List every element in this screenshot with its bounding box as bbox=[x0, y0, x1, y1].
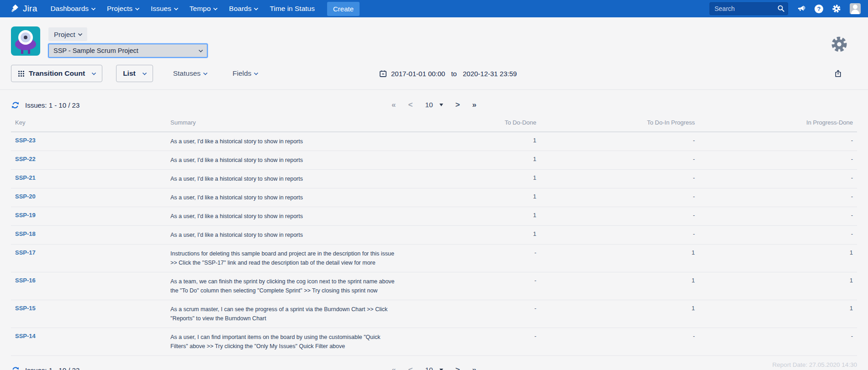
cell-todo-inprogress: 1 bbox=[540, 300, 699, 328]
settings-icon[interactable] bbox=[832, 4, 841, 13]
pager-prev-button[interactable]: < bbox=[408, 365, 413, 370]
cell-inprogress-done: - bbox=[699, 151, 857, 170]
chevron-down-icon bbox=[135, 6, 140, 10]
fields-dropdown[interactable]: Fields bbox=[233, 69, 258, 78]
refresh-button-bottom[interactable] bbox=[11, 366, 20, 370]
export-button[interactable] bbox=[834, 69, 842, 78]
nav-item-time-in-status[interactable]: Time in Status bbox=[264, 0, 321, 17]
table-row: SSP-15As a scrum master, I can see the p… bbox=[11, 300, 857, 328]
cell-todo-inprogress: - bbox=[540, 188, 699, 207]
refresh-button[interactable] bbox=[11, 101, 20, 109]
issue-summary: As a user, I'd like a historical story t… bbox=[170, 156, 395, 165]
pager-bottom: «<10>» bbox=[392, 365, 476, 370]
nav-item-boards[interactable]: Boards bbox=[223, 0, 264, 17]
jira-logo[interactable]: Jira bbox=[10, 4, 37, 14]
cell-todo-done: - bbox=[399, 272, 540, 300]
pager-last-button[interactable]: » bbox=[472, 100, 476, 109]
cell-todo-done: 1 bbox=[399, 207, 540, 226]
issue-summary: As a user, I'd like a historical story t… bbox=[170, 230, 395, 240]
chevron-down-icon bbox=[174, 6, 178, 10]
report-type-dropdown[interactable]: Transition Count bbox=[11, 65, 102, 82]
cell-todo-inprogress: - bbox=[540, 328, 699, 356]
cell-inprogress-done: 1 bbox=[699, 245, 857, 272]
cell-todo-inprogress: 1 bbox=[540, 272, 699, 300]
pager-first-button[interactable]: « bbox=[392, 100, 396, 109]
user-avatar[interactable] bbox=[850, 3, 861, 14]
nav-item-issues[interactable]: Issues bbox=[145, 0, 184, 17]
nav-item-tempo[interactable]: Tempo bbox=[184, 0, 223, 17]
issue-key-link[interactable]: SSP-22 bbox=[15, 156, 36, 162]
column-header-todo-inprogress: To Do-In Progress bbox=[540, 115, 699, 132]
project-type-dropdown[interactable]: Project bbox=[48, 27, 87, 41]
chevron-down-icon bbox=[254, 71, 259, 75]
column-header-key: Key bbox=[11, 115, 166, 132]
issue-key-link[interactable]: SSP-19 bbox=[15, 212, 36, 219]
pager-next-button[interactable]: > bbox=[455, 365, 460, 370]
report-toolbar: Transition Count List Statuses Fields 20… bbox=[0, 65, 868, 90]
issue-key-link[interactable]: SSP-23 bbox=[15, 137, 36, 144]
view-type-dropdown[interactable]: List bbox=[116, 65, 153, 82]
statuses-dropdown[interactable]: Statuses bbox=[173, 69, 207, 78]
issue-summary: Instructions for deleting this sample bo… bbox=[170, 249, 395, 267]
pager-first-button[interactable]: « bbox=[392, 365, 396, 370]
project-header: Project SSP - Sample Scrum Project bbox=[0, 17, 868, 57]
report-date: Report Date: 27.05.2020 14:30 bbox=[773, 360, 857, 370]
issue-key-link[interactable]: SSP-16 bbox=[15, 277, 36, 284]
search-icon[interactable] bbox=[777, 5, 785, 12]
date-range-picker[interactable]: 2017-01-01 00:00 to 2020-12-31 23:59 bbox=[379, 70, 517, 78]
cell-todo-inprogress: - bbox=[540, 226, 699, 245]
pager-top: «<10>» bbox=[392, 100, 476, 109]
pager-page-size-dropdown[interactable]: 10 bbox=[425, 101, 443, 109]
project-select[interactable]: SSP - Sample Scrum Project bbox=[48, 44, 207, 57]
issue-summary: As a user, I'd like a historical story t… bbox=[170, 174, 395, 183]
issue-key-link[interactable]: SSP-20 bbox=[15, 193, 36, 200]
cell-inprogress-done: 1 bbox=[699, 300, 857, 328]
nav-items: DashboardsProjectsIssuesTempoBoardsTime … bbox=[44, 0, 321, 17]
export-icon bbox=[834, 69, 842, 78]
pager-prev-button[interactable]: < bbox=[408, 100, 413, 109]
refresh-icon bbox=[11, 101, 20, 109]
issue-key-link[interactable]: SSP-14 bbox=[15, 333, 36, 339]
table-row: SSP-17Instructions for deleting this sam… bbox=[11, 245, 857, 272]
date-to-word: to bbox=[451, 70, 457, 78]
table-row: SSP-23As a user, I'd like a historical s… bbox=[11, 132, 857, 151]
search-box bbox=[709, 2, 788, 15]
issue-key-link[interactable]: SSP-21 bbox=[15, 174, 36, 181]
announcement-icon[interactable] bbox=[797, 4, 806, 13]
cell-todo-done: 1 bbox=[399, 188, 540, 207]
chevron-down-icon bbox=[91, 6, 96, 10]
nav-item-projects[interactable]: Projects bbox=[101, 0, 145, 17]
cell-todo-done: 1 bbox=[399, 170, 540, 188]
report-settings-icon[interactable] bbox=[831, 36, 848, 53]
grid-icon bbox=[18, 70, 25, 77]
chevron-down-icon bbox=[213, 6, 218, 10]
search-input[interactable] bbox=[709, 2, 788, 15]
cell-todo-done: 1 bbox=[399, 151, 540, 170]
issues-count: Issues: 1 - 10 / 23 bbox=[25, 101, 79, 109]
cell-todo-inprogress: 1 bbox=[540, 245, 699, 272]
top-nav: Jira DashboardsProjectsIssuesTempoBoards… bbox=[0, 0, 868, 17]
help-icon[interactable]: ? bbox=[815, 5, 823, 13]
cell-todo-done: - bbox=[399, 245, 540, 272]
chevron-down-icon bbox=[142, 71, 147, 75]
table-row: SSP-16As a team, we can finish the sprin… bbox=[11, 272, 857, 300]
issue-key-link[interactable]: SSP-17 bbox=[15, 249, 36, 256]
cell-todo-inprogress: - bbox=[540, 151, 699, 170]
table-header-row: Key Summary To Do-Done To Do-In Progress… bbox=[11, 115, 857, 132]
nav-item-dashboards[interactable]: Dashboards bbox=[44, 0, 101, 17]
pager-next-button[interactable]: > bbox=[455, 100, 460, 109]
pager-page-size-dropdown[interactable]: 10 bbox=[425, 366, 443, 370]
issue-summary: As a user, I'd like a historical story t… bbox=[170, 212, 395, 221]
table-row: SSP-20As a user, I'd like a historical s… bbox=[11, 188, 857, 207]
cell-inprogress-done: - bbox=[699, 132, 857, 151]
issue-summary: As a user, I can find important items on… bbox=[170, 333, 395, 351]
report-meta: Report Date: 27.05.2020 14:30 Version: 4… bbox=[773, 360, 857, 370]
cell-inprogress-done: - bbox=[699, 328, 857, 356]
issue-key-link[interactable]: SSP-15 bbox=[15, 305, 36, 312]
issue-key-link[interactable]: SSP-18 bbox=[15, 230, 36, 237]
cell-todo-done: - bbox=[399, 300, 540, 328]
issues-table: Key Summary To Do-Done To Do-In Progress… bbox=[11, 115, 857, 356]
create-button[interactable]: Create bbox=[327, 2, 360, 16]
column-header-todo-done: To Do-Done bbox=[399, 115, 540, 132]
pager-last-button[interactable]: » bbox=[472, 365, 476, 370]
